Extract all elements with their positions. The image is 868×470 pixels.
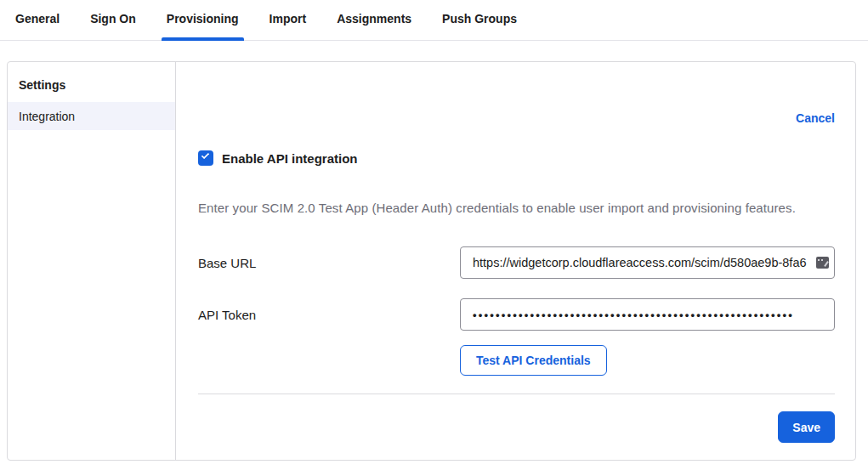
sidebar-header-settings: Settings <box>8 71 175 102</box>
tab-push-groups[interactable]: Push Groups <box>442 12 517 40</box>
app-tab-bar: General Sign On Provisioning Import Assi… <box>0 0 868 41</box>
credentials-description: Enter your SCIM 2.0 Test App (Header Aut… <box>198 201 835 215</box>
api-token-input-wrap <box>460 298 835 331</box>
tab-provisioning[interactable]: Provisioning <box>167 12 239 40</box>
sidebar-item-label: Integration <box>19 110 75 123</box>
integration-form: Cancel Enable API integration Enter your… <box>176 62 855 460</box>
cancel-button[interactable]: Cancel <box>796 111 835 125</box>
form-header-actions: Cancel <box>198 111 835 125</box>
check-icon <box>201 151 210 160</box>
form-footer-actions: Save <box>198 411 835 443</box>
save-button[interactable]: Save <box>778 411 835 443</box>
enable-api-integration-checkbox[interactable] <box>198 150 213 166</box>
api-token-row: API Token <box>198 298 835 331</box>
spacer <box>198 345 460 376</box>
tab-import[interactable]: Import <box>269 12 307 40</box>
base-url-input-wrap <box>460 246 835 279</box>
tab-assignments[interactable]: Assignments <box>337 12 411 40</box>
base-url-row: Base URL <box>198 246 835 279</box>
api-token-input[interactable] <box>460 298 835 331</box>
test-credentials-row: Test API Credentials <box>198 345 835 376</box>
tab-general[interactable]: General <box>15 12 60 40</box>
api-token-label: API Token <box>198 308 460 322</box>
sidebar-item-integration[interactable]: Integration <box>8 102 175 130</box>
base-url-label: Base URL <box>198 256 460 270</box>
enable-api-integration-label: Enable API integration <box>222 151 357 166</box>
settings-sidebar: Settings Integration <box>8 62 176 460</box>
test-api-credentials-button[interactable]: Test API Credentials <box>460 345 607 376</box>
enable-api-integration-row: Enable API integration <box>198 150 835 166</box>
base-url-input[interactable] <box>460 246 835 279</box>
footer-divider <box>198 394 835 394</box>
provisioning-panel: Settings Integration Cancel Enable API i… <box>7 61 856 461</box>
tab-sign-on[interactable]: Sign On <box>90 12 136 40</box>
